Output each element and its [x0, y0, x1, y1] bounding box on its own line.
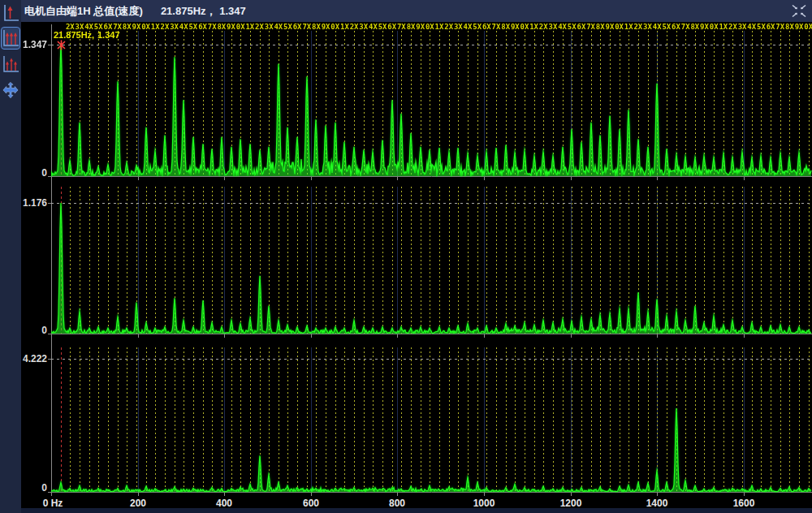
toolbar-sidebar	[0, 0, 21, 513]
harmonic-label-row: 2X3X4X5X6X7X8X9X0X1X2X3X4X5X6X7X8X9X0X1X…	[51, 23, 812, 32]
pan-glyph	[2, 80, 19, 101]
title-bar: 电机自由端1H 总值(速度) 21.875Hz， 1.347	[21, 0, 812, 22]
y-zero-label-top: 0	[0, 167, 47, 179]
spectrum-plot-middle[interactable]	[51, 187, 812, 334]
bottom-strip	[21, 508, 812, 513]
x-tick	[484, 493, 485, 496]
x-axis-label: 1400	[646, 498, 668, 509]
collapse-glyph	[791, 4, 807, 18]
x-tick	[138, 334, 139, 338]
y-zero-label-middle: 0	[0, 325, 47, 336]
x-axis-label: 400	[216, 498, 232, 509]
sideband-cursor-glyph	[2, 54, 19, 74]
x-tick	[657, 493, 658, 496]
x-tick	[744, 493, 745, 496]
x-axis-label: 800	[389, 498, 405, 509]
y-tick	[48, 45, 51, 45]
x-axis-label-row: 0 Hz2004006008001000120014001600	[0, 496, 812, 508]
marker-readout: 21.875Hz， 1.347	[161, 4, 246, 19]
y-max-label-top: 1.347	[0, 39, 47, 50]
x-tick	[657, 334, 658, 338]
x-tick	[657, 177, 658, 180]
x-tick	[311, 334, 312, 338]
x-axis-label: 1600	[733, 498, 755, 509]
x-tick	[311, 177, 312, 180]
single-cursor-glyph	[2, 3, 19, 23]
x-tick	[224, 493, 225, 496]
x-axis-label: 0 Hz	[43, 498, 63, 509]
harmonic-label: 0X	[803, 23, 812, 31]
app-window: 电机自由端1H 总值(速度) 21.875Hz， 1.347 2X3X4X5X6…	[0, 0, 812, 513]
y-max-label-middle: 1.176	[0, 197, 47, 209]
x-tick	[571, 177, 572, 180]
page-title: 电机自由端1H 总值(速度)	[21, 4, 143, 19]
x-tick	[397, 334, 398, 338]
y-tick	[48, 203, 51, 204]
y-tick	[48, 359, 51, 360]
x-tick	[397, 493, 398, 496]
y-max-label-bottom: 4.222	[0, 353, 47, 364]
x-tick	[224, 334, 225, 338]
x-axis-label: 1000	[473, 498, 495, 509]
x-tick	[51, 493, 52, 496]
marker-cross-icon[interactable]	[56, 40, 67, 50]
x-tick	[224, 177, 225, 180]
sideband-cursor-icon[interactable]	[2, 54, 19, 75]
x-axis-label: 600	[303, 498, 319, 509]
x-tick	[311, 493, 312, 496]
collapse-icon[interactable]	[791, 4, 807, 18]
spectrum-plot-top[interactable]	[51, 31, 812, 177]
x-tick	[138, 493, 139, 496]
x-axis-label: 200	[130, 498, 146, 509]
x-axis-label: 1200	[560, 498, 582, 509]
x-tick	[484, 334, 485, 338]
x-tick	[484, 177, 485, 180]
x-tick	[397, 177, 398, 180]
x-tick	[744, 334, 745, 338]
pan-tool-icon[interactable]	[2, 80, 19, 101]
spectrum-plot-bottom[interactable]	[51, 347, 812, 493]
y-zero-label-bottom: 0	[0, 482, 47, 494]
x-tick	[51, 334, 52, 338]
x-tick	[571, 493, 572, 496]
x-tick	[51, 177, 52, 180]
marker-freq-label: 21.875Hz,	[54, 30, 94, 40]
single-cursor-icon[interactable]	[2, 2, 19, 24]
x-tick	[138, 177, 139, 180]
x-tick	[571, 334, 572, 338]
x-tick	[744, 177, 745, 180]
marker-value-label: 1.347	[97, 30, 120, 40]
